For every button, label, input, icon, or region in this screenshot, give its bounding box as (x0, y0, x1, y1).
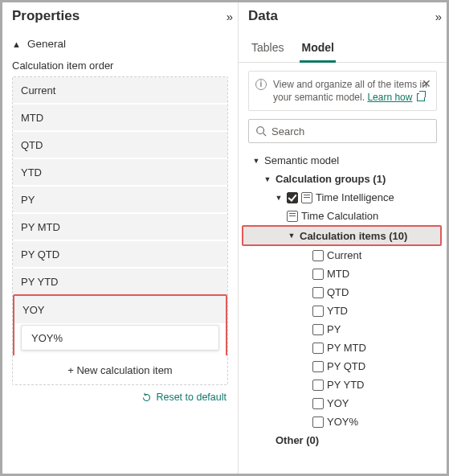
calc-item-label: YTD (21, 166, 42, 178)
calc-item-icon (312, 343, 324, 354)
calc-item[interactable]: MTD (13, 105, 227, 132)
calc-item-icon (312, 324, 324, 335)
new-calc-item-label: + New calculation item (67, 364, 172, 376)
column-icon (287, 211, 298, 222)
calc-item-label: PY MTD (21, 221, 60, 233)
calc-item[interactable]: Current (13, 77, 227, 105)
tree-item[interactable]: PY QTD (243, 357, 443, 375)
general-label: General (27, 38, 66, 50)
calc-item-icon (312, 287, 324, 298)
collapse-properties-icon[interactable]: » (227, 10, 230, 23)
svg-line-1 (263, 133, 267, 137)
reset-icon (141, 392, 152, 403)
learn-how-link[interactable]: Learn how (367, 92, 412, 103)
calc-item-icon (312, 380, 324, 391)
calc-item[interactable]: PY (13, 187, 227, 214)
chevron-down-icon: ▼ (274, 194, 284, 202)
calc-item-order-label: Calculation item order (2, 56, 238, 76)
data-pane: Data » Tables Model i View and organize … (239, 2, 447, 474)
reset-to-default-button[interactable]: Reset to default (2, 385, 238, 409)
tree-item[interactable]: MTD (243, 265, 443, 283)
tab-tables[interactable]: Tables (250, 36, 285, 62)
chevron-up-icon: ▲ (12, 39, 21, 49)
external-link-icon (417, 93, 425, 101)
calc-item-icon (312, 361, 324, 372)
tree-calc-groups[interactable]: ▼Calculation groups (1) (243, 170, 443, 188)
close-banner-button[interactable]: ✕ (422, 76, 431, 92)
tree-item[interactable]: PY YTD (243, 375, 443, 394)
tree-time-intelligence[interactable]: ▼Time Intelligence (243, 188, 443, 207)
reset-label: Reset to default (156, 392, 227, 403)
calc-item-label: QTD (21, 139, 43, 151)
calc-item-icon (312, 269, 324, 280)
checkbox-icon[interactable] (287, 192, 298, 203)
data-title: Data (248, 8, 278, 24)
calc-item[interactable]: PY QTD (13, 241, 227, 269)
search-input[interactable]: Search (248, 119, 437, 143)
chevron-down-icon: ▼ (251, 157, 261, 165)
model-tree: ▼Semantic model ▼Calculation groups (1) … (239, 148, 447, 453)
calc-item[interactable]: PY YTD (13, 269, 227, 296)
calc-item-icon (312, 306, 324, 317)
tree-time-calculation[interactable]: Time Calculation (243, 207, 443, 225)
calc-item[interactable]: YOY (14, 296, 226, 323)
tree-item[interactable]: YOY% (243, 412, 443, 431)
tree-root[interactable]: ▼Semantic model (243, 151, 443, 170)
properties-header: Properties » (2, 2, 238, 28)
properties-title: Properties (12, 8, 80, 24)
collapse-data-icon[interactable]: » (435, 10, 439, 23)
calc-item-label: MTD (21, 112, 43, 124)
info-icon: i (255, 79, 267, 90)
data-tabs: Tables Model (239, 28, 447, 63)
calc-item-name-input[interactable]: YOY% (21, 325, 219, 351)
general-section-header[interactable]: ▲ General (2, 28, 238, 56)
svg-point-0 (257, 127, 264, 134)
tree-other[interactable]: Other (0) (243, 431, 443, 449)
tree-item[interactable]: YOY (243, 394, 443, 412)
calc-item-label: PY (21, 194, 35, 206)
new-calc-item-button[interactable]: + New calculation item (13, 355, 227, 384)
calc-item-list: Current MTD QTD YTD PY PY MTD PY QTD PY … (12, 76, 228, 385)
chevron-down-icon: ▼ (263, 175, 272, 183)
calc-item-label: Current (21, 84, 55, 96)
tree-item[interactable]: PY (243, 320, 443, 339)
chevron-down-icon: ▼ (287, 232, 296, 240)
tree-item[interactable]: YTD (243, 302, 443, 320)
tree-item[interactable]: Current (243, 246, 443, 265)
calc-item-icon (312, 416, 324, 428)
highlight-new-item: YOY YOY% (13, 294, 227, 357)
calc-item-icon (312, 250, 324, 261)
calc-group-icon (301, 192, 312, 203)
calc-item[interactable]: PY MTD (13, 214, 227, 241)
tree-calc-items[interactable]: ▼Calculation items (10) (242, 225, 442, 246)
info-banner: i View and organize all of the items in … (248, 71, 437, 111)
calc-item[interactable]: QTD (13, 132, 227, 159)
tab-model[interactable]: Model (300, 36, 335, 63)
calc-item[interactable]: YTD (13, 159, 227, 187)
tree-item[interactable]: QTD (243, 283, 443, 302)
calc-item-icon (312, 398, 324, 409)
calc-item-label: YOY (22, 304, 44, 316)
tree-item[interactable]: PY MTD (243, 339, 443, 357)
calc-item-label: PY YTD (21, 276, 58, 288)
properties-pane: Properties » ▲ General Calculation item … (2, 2, 239, 474)
search-placeholder: Search (271, 125, 304, 137)
calc-item-label: PY QTD (21, 248, 59, 261)
search-icon (255, 125, 267, 137)
calc-item-input-value: YOY% (31, 332, 63, 344)
data-header: Data » (239, 2, 447, 28)
